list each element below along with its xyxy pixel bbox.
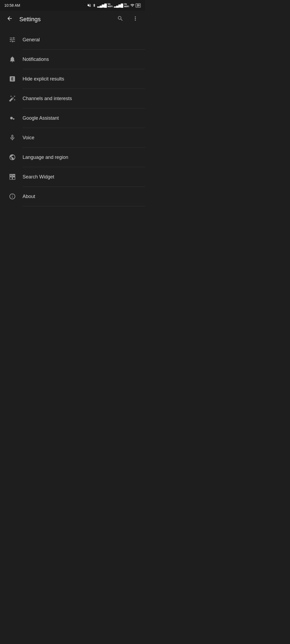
svg-rect-7 xyxy=(13,176,15,177)
status-icons: ▂▄▆█ VoWiFi ▂▄▆█ VoWiFi 20 xyxy=(87,3,141,8)
svg-point-0 xyxy=(10,117,13,119)
settings-item-general[interactable]: General xyxy=(0,30,145,49)
status-bar: 10:58 AM ▂▄▆█ VoWiFi ▂▄▆█ VoWiFi 20 xyxy=(0,0,145,11)
explicit-icon xyxy=(6,75,18,82)
globe-icon xyxy=(6,154,18,161)
vowifi-icon-2: VoWiFi xyxy=(124,3,129,8)
settings-item-assistant-label: Google Assistant xyxy=(23,115,59,121)
settings-item-channels[interactable]: Channels and interests xyxy=(0,89,145,108)
more-options-button[interactable] xyxy=(130,13,141,25)
settings-item-assistant[interactable]: Google Assistant xyxy=(0,108,145,128)
vowifi-icon-1: VoWiFi xyxy=(108,3,113,8)
svg-rect-8 xyxy=(13,177,15,180)
settings-item-channels-label: Channels and interests xyxy=(23,96,72,101)
bell-icon xyxy=(6,56,18,63)
svg-rect-2 xyxy=(10,174,11,175)
wand-icon xyxy=(6,95,18,102)
mic-icon xyxy=(6,134,18,141)
svg-rect-6 xyxy=(13,174,15,175)
settings-item-notifications[interactable]: Notifications xyxy=(0,50,145,69)
settings-item-language[interactable]: Language and region xyxy=(0,148,145,167)
settings-list: General Notifications Hide explicit resu… xyxy=(0,28,145,206)
settings-item-hide-explicit[interactable]: Hide explicit results xyxy=(0,69,145,89)
signal-icon-1: ▂▄▆█ xyxy=(97,3,106,8)
settings-item-hide-explicit-label: Hide explicit results xyxy=(23,76,64,82)
settings-item-notifications-label: Notifications xyxy=(23,57,49,62)
settings-item-voice[interactable]: Voice xyxy=(0,128,145,147)
sliders-icon xyxy=(6,36,18,43)
status-time: 10:58 AM xyxy=(4,3,20,8)
widget-icon xyxy=(6,173,18,180)
settings-item-language-label: Language and region xyxy=(23,155,68,160)
svg-point-1 xyxy=(13,118,14,120)
wifi-icon xyxy=(130,3,135,8)
info-icon xyxy=(6,193,18,200)
settings-item-about[interactable]: About xyxy=(0,187,145,206)
mute-icon xyxy=(87,3,91,8)
settings-item-search-widget[interactable]: Search Widget xyxy=(0,167,145,186)
page-title: Settings xyxy=(19,16,111,23)
settings-item-search-widget-label: Search Widget xyxy=(23,174,54,180)
settings-item-about-label: About xyxy=(23,194,35,199)
battery-icon: 20 xyxy=(136,3,141,8)
back-button[interactable] xyxy=(4,13,15,25)
settings-item-voice-label: Voice xyxy=(23,135,34,141)
assistant-icon xyxy=(6,115,18,122)
bluetooth-icon xyxy=(92,3,96,8)
divider-9 xyxy=(23,206,145,206)
settings-item-general-label: General xyxy=(23,37,40,43)
toolbar: Settings xyxy=(0,11,145,28)
signal-icon-2: ▂▄▆█ xyxy=(114,3,123,8)
search-button[interactable] xyxy=(115,13,126,25)
svg-rect-4 xyxy=(10,175,11,177)
svg-rect-3 xyxy=(11,174,12,175)
